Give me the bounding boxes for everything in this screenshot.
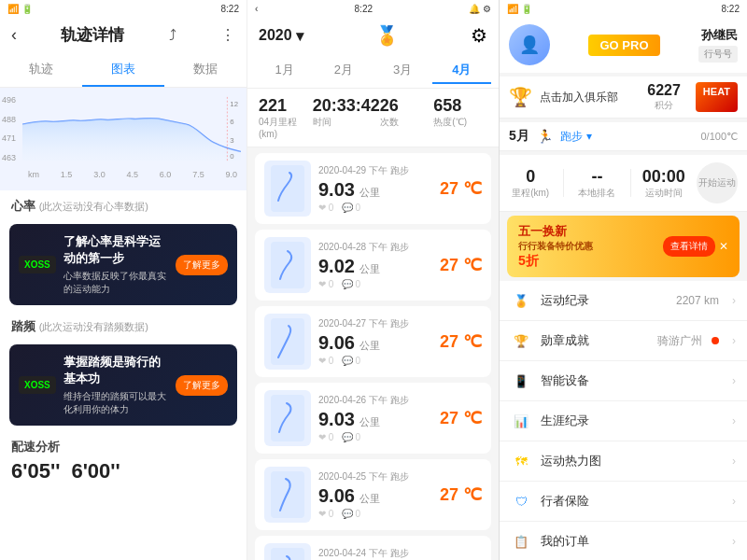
run-item[interactable]: 2020-04-29 下午 跑步 9.03 公里 ❤ 0 💬 0 27 ℃ bbox=[255, 153, 491, 224]
run-item[interactable]: 2020-04-27 下午 跑步 9.06 公里 ❤ 0 💬 0 27 ℃ bbox=[255, 306, 491, 377]
chevron-right-icon: › bbox=[732, 414, 736, 427]
learn-more-btn-1[interactable]: 了解更多 bbox=[176, 255, 228, 275]
gopro-button[interactable]: GO PRO bbox=[588, 35, 659, 56]
learn-more-btn-2[interactable]: 了解更多 bbox=[176, 375, 228, 396]
run-map-thumb bbox=[264, 543, 311, 560]
menu-item-devices[interactable]: 📱 智能设备 › bbox=[500, 361, 747, 401]
run-info: 2020-04-24 下午 跑步 8.98 公里 ❤ 0 💬 0 bbox=[318, 547, 432, 560]
back-icon[interactable]: ‹ bbox=[11, 25, 17, 45]
heart-rate-ad-text: 了解心率是科学运动的第一步 心率数据反映了你最真实的运动能力 bbox=[63, 233, 168, 296]
p1-signal: 📶 🔋 bbox=[7, 4, 33, 14]
menu-item-records[interactable]: 🏅 运动纪录 2207 km › bbox=[500, 281, 747, 321]
panel1-track-details: 📶 🔋 8:22 ‹ 轨迹详情 ⤴ ⋮ 轨迹 图表 数据 496 488 471… bbox=[0, 0, 247, 560]
menu-item-heatmap[interactable]: 🗺 运动热力图 › bbox=[500, 441, 747, 482]
month-metrics: 0 里程(km) -- 本地排名 00:00 运动时间 开始运动 bbox=[500, 155, 747, 212]
run-list: 2020-04-29 下午 跑步 9.03 公里 ❤ 0 💬 0 27 ℃ 20… bbox=[247, 147, 499, 560]
settings-icon[interactable]: ⚙ bbox=[471, 24, 487, 47]
xoss-logo-2: XOSS bbox=[19, 376, 56, 394]
year-selector[interactable]: 2020 ▾ bbox=[259, 27, 303, 45]
stat-distance: 221 04月里程(km) bbox=[259, 96, 313, 139]
heart-rate-title: 心率 (此次运动没有心率数据) bbox=[0, 190, 247, 218]
divider bbox=[630, 169, 631, 197]
svg-rect-5 bbox=[271, 165, 304, 212]
heatmap-icon: 🗺 bbox=[511, 451, 531, 471]
ad-banner[interactable]: 五一换新 行行装备特价优惠 5折 查看详情 ✕ bbox=[507, 216, 740, 277]
metric-rank: -- 本地排名 bbox=[575, 167, 618, 200]
run-icon: 🏃 bbox=[537, 129, 553, 144]
stat-time: 20:33:42 时间 bbox=[313, 96, 380, 139]
month-jan[interactable]: 1月 bbox=[255, 58, 314, 84]
notification-dot bbox=[712, 337, 719, 344]
svg-text:0: 0 bbox=[230, 152, 234, 161]
orders-icon: 📋 bbox=[511, 531, 531, 552]
menu-item-orders[interactable]: 📋 我的订单 › bbox=[500, 522, 747, 560]
chevron-right-icon: › bbox=[732, 455, 736, 468]
metric-distance: 0 里程(km) bbox=[509, 167, 552, 200]
chevron-right-icon: › bbox=[732, 374, 736, 387]
svg-rect-10 bbox=[271, 548, 304, 560]
svg-text:3: 3 bbox=[230, 136, 233, 145]
ad-detail-button[interactable]: 查看详情 bbox=[663, 236, 715, 257]
p1-time: 8:22 bbox=[221, 4, 239, 14]
run-item[interactable]: 2020-04-24 下午 跑步 8.98 公里 ❤ 0 💬 0 26 ℃ bbox=[255, 536, 491, 560]
cadence-title: 踏频 (此次运动没有踏频数据) bbox=[0, 311, 247, 339]
menu-item-achievements[interactable]: 🏆 勋章成就 骑游广州 › bbox=[500, 321, 747, 361]
tab-data[interactable]: 数据 bbox=[164, 53, 247, 87]
club-points: 6227 积分 bbox=[647, 82, 681, 112]
pace-val2: 6'00'' bbox=[71, 459, 120, 483]
more-icon[interactable]: ⋮ bbox=[220, 26, 235, 44]
run-info: 2020-04-29 下午 跑步 9.03 公里 ❤ 0 💬 0 bbox=[318, 164, 432, 213]
tab-chart[interactable]: 图表 bbox=[82, 53, 164, 87]
club-section[interactable]: 🏆 点击加入俱乐部 6227 积分 HEAT bbox=[500, 77, 747, 119]
month-apr[interactable]: 4月 bbox=[432, 58, 491, 84]
svg-text:12: 12 bbox=[230, 100, 238, 108]
panel1-tabs: 轨迹 图表 数据 bbox=[0, 53, 247, 88]
pace-section: 配速分析 6'05'' 6'00'' bbox=[0, 431, 247, 491]
tab-track[interactable]: 轨迹 bbox=[0, 53, 82, 87]
records-icon: 🏅 bbox=[511, 290, 531, 311]
insurance-icon: 🛡 bbox=[511, 491, 531, 511]
cadence-section: 踏频 (此次运动没有踏频数据) XOSS 掌握踏频是骑行的基本功 维持合理的踏频… bbox=[0, 311, 247, 426]
panel1-header: ‹ 轨迹详情 ⤴ ⋮ bbox=[0, 17, 247, 53]
chevron-down-icon: ▾ bbox=[296, 27, 303, 45]
run-map-thumb bbox=[264, 390, 311, 446]
panel2-run-history: ‹ 8:22 🔔 ⚙ 2020 ▾ 🏅 ⚙ 1月 2月 3月 4月 221 04… bbox=[247, 0, 500, 560]
activity-type[interactable]: 跑步 ▾ bbox=[560, 129, 592, 145]
month-feb[interactable]: 2月 bbox=[314, 58, 373, 84]
divider bbox=[563, 169, 564, 197]
run-item[interactable]: 2020-04-25 下午 跑步 9.06 公里 ❤ 0 💬 0 27 ℃ bbox=[255, 459, 491, 530]
x-axis: km 1.5 3.0 4.5 6.0 7.5 9.0 bbox=[24, 170, 241, 179]
svg-text:6: 6 bbox=[230, 118, 233, 126]
p2-time: 8:22 bbox=[355, 4, 373, 14]
p3-time: 8:22 bbox=[722, 4, 740, 14]
svg-rect-8 bbox=[271, 395, 304, 441]
start-activity-button[interactable]: 开始运动 bbox=[697, 162, 738, 203]
panel3-status-bar: 📶 🔋 8:22 bbox=[500, 0, 747, 17]
panel1-status-bar: 📶 🔋 8:22 bbox=[0, 0, 247, 17]
run-item[interactable]: 2020-04-26 下午 跑步 9.03 公里 ❤ 0 💬 0 27 ℃ bbox=[255, 383, 491, 454]
chevron-right-icon: › bbox=[732, 495, 736, 508]
monthly-stats: 221 04月里程(km) 20:33:42 时间 26 次数 658 热度(℃… bbox=[247, 89, 499, 147]
run-item[interactable]: 2020-04-28 下午 跑步 9.02 公里 ❤ 0 💬 0 27 ℃ bbox=[255, 230, 491, 301]
menu-item-career[interactable]: 📊 生涯纪录 › bbox=[500, 401, 747, 441]
heat-badge: HEAT bbox=[696, 82, 738, 112]
chart-svg: 12 6 3 0 bbox=[22, 91, 241, 166]
run-map-thumb bbox=[264, 161, 311, 217]
menu-item-insurance[interactable]: 🛡 行者保险 › bbox=[500, 482, 747, 522]
stat-heat: 658 热度(℃) bbox=[433, 96, 487, 139]
chevron-right-icon: › bbox=[732, 334, 736, 347]
menu-list: 🏅 运动纪录 2207 km › 🏆 勋章成就 骑游广州 › 📱 智能设备 › … bbox=[500, 281, 747, 560]
month-mar[interactable]: 3月 bbox=[374, 58, 432, 84]
cadence-ad[interactable]: XOSS 掌握踏频是骑行的基本功 维持合理的踏频可以最大化利用你的体力 了解更多 bbox=[9, 344, 237, 426]
share-icon[interactable]: ⤴ bbox=[169, 27, 176, 44]
svg-rect-7 bbox=[271, 318, 304, 365]
heart-rate-ad[interactable]: XOSS 了解心率是科学运动的第一步 心率数据反映了你最真实的运动能力 了解更多 bbox=[9, 224, 237, 305]
chevron-right-icon: › bbox=[732, 294, 736, 307]
trophy-icon: 🏅 bbox=[375, 24, 399, 47]
run-map-thumb bbox=[264, 467, 311, 523]
panel3-profile: 📶 🔋 8:22 👤 GO PRO 孙继民 行号号 🏆 点击加入俱乐部 6227… bbox=[500, 0, 747, 560]
y-axis: 496 488 471 463 bbox=[2, 95, 16, 162]
devices-icon: 📱 bbox=[511, 371, 531, 391]
career-icon: 📊 bbox=[511, 411, 531, 431]
ad-close-icon[interactable]: ✕ bbox=[719, 240, 728, 253]
